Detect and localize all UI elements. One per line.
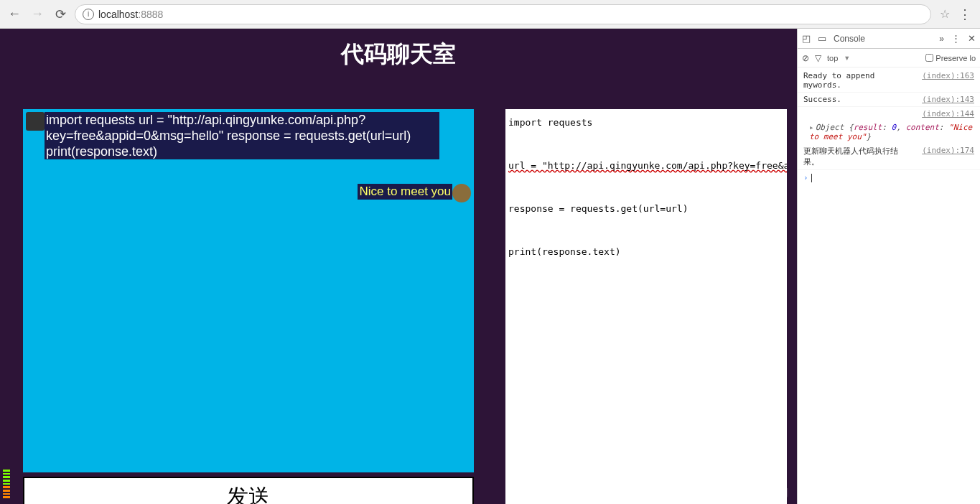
context-selector[interactable]: top (827, 54, 838, 62)
log-source-link[interactable]: (index):143 (922, 95, 974, 104)
bot-message-text: Nice to meet you (358, 184, 452, 200)
console-log-row: (index):144 (798, 107, 980, 121)
back-button[interactable]: ← (6, 6, 23, 23)
browser-toolbar: ← → ⟳ i localhost:8888 ☆ ⋮ (0, 0, 980, 29)
preserve-log-checkbox[interactable]: Preserve lo (925, 54, 976, 62)
console-log-row: Success. (index):143 (798, 93, 980, 107)
page-content: 代码聊天室 import requests url = "http://api.… (0, 29, 797, 504)
tab-console[interactable]: Console (834, 34, 865, 44)
devtools-tabs: ◰ ▭ Console » ⋮ ✕ (798, 29, 980, 49)
page-title: 代码聊天室 (0, 29, 797, 80)
chat-message-user: import requests url = "http://api.qingyu… (23, 109, 474, 162)
send-button[interactable]: 发送 (23, 477, 474, 504)
console-output[interactable]: Ready to append mywords. (index):163 Suc… (798, 67, 980, 504)
user-message-text: import requests url = "http://api.qingyu… (45, 112, 439, 159)
chat-message-bot: Nice to meet you (23, 181, 474, 205)
forward-button[interactable]: → (29, 6, 46, 23)
console-log-row: Ready to append mywords. (index):163 (798, 69, 980, 93)
chat-panel: import requests url = "http://api.qingyu… (23, 109, 474, 472)
url-port: :8888 (138, 9, 163, 20)
reload-button[interactable]: ⟳ (52, 6, 69, 23)
info-icon: i (83, 9, 94, 20)
devtools-panel: ◰ ▭ Console » ⋮ ✕ ⊘ ▽ top ▼ Preserve lo … (797, 29, 980, 504)
url-host: localhost (98, 9, 138, 20)
devtools-close-icon[interactable]: ✕ (968, 33, 976, 44)
code-input[interactable]: import requests url = "http://api.qingyu… (505, 109, 787, 504)
address-bar[interactable]: i localhost:8888 (75, 4, 931, 24)
console-log-row: 更新聊天机器人代码执行结果。 (index):174 (798, 144, 980, 170)
console-filter-bar: ⊘ ▽ top ▼ Preserve lo (798, 49, 980, 67)
devtools-menu-icon[interactable]: ⋮ (951, 33, 961, 44)
bot-avatar (452, 184, 471, 202)
watermark: http://blog.csdn.net/Marksinoberg (509, 483, 790, 498)
device-icon[interactable]: ▭ (818, 33, 826, 44)
console-object-row[interactable]: ▸Object {result: 0, content: "Nice to me… (798, 121, 980, 144)
console-prompt[interactable]: › (798, 170, 980, 185)
filter-icon[interactable]: ▽ (815, 53, 821, 63)
log-source-link[interactable]: (index):174 (922, 146, 974, 167)
more-tabs-icon[interactable]: » (939, 34, 944, 44)
bookmark-icon[interactable]: ☆ (940, 7, 950, 21)
inspect-icon[interactable]: ◰ (802, 33, 811, 44)
user-avatar (26, 112, 45, 131)
browser-menu-icon[interactable]: ⋮ (956, 6, 974, 22)
log-source-link[interactable]: (index):163 (922, 71, 974, 90)
log-source-link[interactable]: (index):144 (922, 109, 974, 118)
indicator-bars (3, 470, 10, 498)
clear-console-icon[interactable]: ⊘ (802, 53, 809, 63)
